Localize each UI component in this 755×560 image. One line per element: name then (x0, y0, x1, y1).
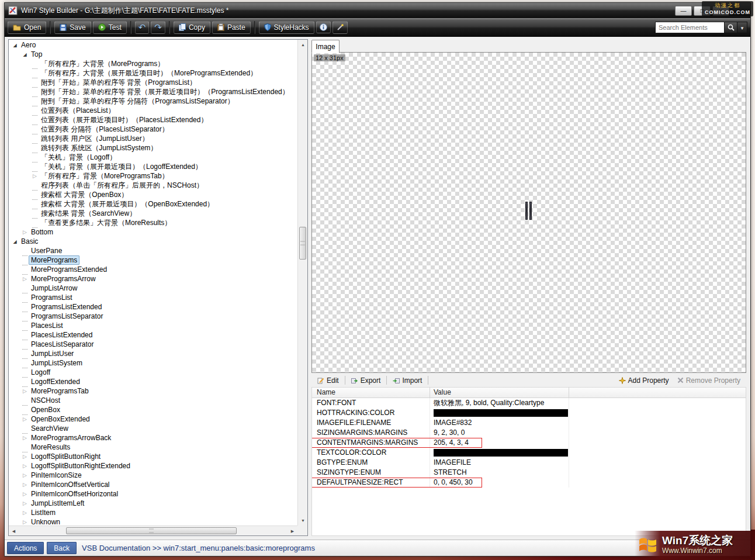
tree-item[interactable]: ▷ LogoffSplitButtonRight (9, 452, 297, 461)
tree-expand-arrow[interactable]: ▷ (21, 463, 29, 469)
tree-item[interactable]: LogoffExtended (9, 377, 297, 386)
tree-expand-arrow[interactable]: ▷ (21, 388, 29, 394)
vertical-scroll-thumb[interactable] (299, 227, 306, 260)
title-bar[interactable]: Win7 Style Builder - G:\主题制作\主题\FATE\FAT… (5, 3, 750, 18)
stylehacks-button[interactable]: StyleHacks (259, 21, 314, 34)
scroll-right-icon[interactable]: ▶ (288, 526, 297, 536)
property-row[interactable]: TEXTCOLOR:COLOR (312, 448, 746, 458)
tree-item[interactable]: ▷ JumpListItemLeft (9, 499, 297, 508)
property-row[interactable]: HOTTRACKING:COLOR (312, 408, 746, 418)
tree-item-label: MorePrograms (29, 255, 79, 265)
tree-expand-arrow[interactable]: ▷ (21, 519, 29, 525)
edit-button[interactable]: Edit (314, 375, 342, 386)
remove-property-button[interactable]: Remove Property (674, 375, 744, 386)
search-dropdown[interactable]: ▾ (737, 22, 747, 33)
tree-expand-arrow[interactable]: ◢ (21, 52, 29, 57)
redo-button[interactable]: ↷ (151, 21, 165, 34)
tree-item[interactable]: JumpListSystem (9, 358, 297, 368)
search-button[interactable] (724, 22, 737, 33)
column-header-name[interactable]: Name (312, 388, 430, 397)
tree-item[interactable]: PlacesListExtended (9, 330, 297, 340)
property-row[interactable]: IMAGEFILE:FILENAME IMAGE#832 (312, 418, 746, 428)
info-button[interactable] (316, 21, 331, 33)
tab-image[interactable]: Image (311, 40, 340, 53)
property-row[interactable]: CONTENTMARGINS:MARGINS 205, 4, 3, 4 (312, 438, 746, 448)
tree-item[interactable]: ▷ MoreProgramsArrowBack (9, 433, 297, 443)
tree-item[interactable]: ▷ MoreProgramsArrow (9, 274, 297, 284)
tree-item[interactable]: NSCHost (9, 396, 297, 405)
tree-item[interactable]: ◢ Basic (9, 237, 297, 246)
tree-item-label: UserPane (29, 246, 64, 255)
tree-expand-arrow[interactable]: ▷ (21, 276, 29, 282)
tree-item[interactable]: Logoff (9, 368, 297, 377)
tree-item[interactable]: ▷ PinItemIconSize (9, 471, 297, 480)
tree-expand-arrow[interactable]: ▷ (21, 435, 29, 441)
minimize-button[interactable]: — (675, 6, 692, 16)
paste-button[interactable]: Paste (212, 21, 251, 34)
column-header-value[interactable]: Value (430, 388, 569, 397)
horizontal-scroll-thumb[interactable] (66, 527, 237, 534)
tree-item[interactable]: JumpListArrow (9, 284, 297, 293)
property-row[interactable]: SIZINGMARGINS:MARGINS 9, 2, 30, 0 (312, 428, 746, 438)
property-row[interactable]: BGTYPE:ENUM IMAGEFILE (312, 458, 746, 468)
save-button[interactable]: Save (54, 21, 91, 34)
scroll-left-icon[interactable]: ◀ (9, 526, 19, 536)
tree-item[interactable]: ProgramsList (9, 293, 297, 302)
tree-item[interactable]: 「查看更多结果」大背景（MoreResults） (9, 218, 297, 227)
tree-expand-arrow[interactable]: ▷ (21, 510, 29, 516)
scroll-up-icon[interactable]: ▲ (298, 40, 308, 50)
tree-item[interactable]: MorePrograms (9, 255, 297, 265)
comicod-watermark-url: COMICOD.COM (705, 9, 750, 15)
back-button[interactable]: Back (47, 542, 77, 554)
property-row[interactable]: SIZINGTYPE:ENUM STRETCH (312, 468, 746, 478)
tree-expand-arrow[interactable]: ◢ (11, 43, 19, 48)
wand-button[interactable] (333, 21, 348, 34)
tree-item[interactable]: ▷ OpenBoxExtended (9, 414, 297, 424)
tree-expand-arrow[interactable]: ▷ (21, 472, 29, 478)
tree-item[interactable]: PlacesList (9, 321, 297, 330)
undo-button[interactable]: ↶ (135, 21, 150, 34)
tree-item[interactable]: UserPane (9, 246, 297, 255)
scroll-down-icon[interactable]: ▼ (298, 516, 308, 526)
tree-item[interactable]: PlacesListSeparator (9, 340, 297, 349)
tree-item[interactable]: ProgramsListSeparator (9, 312, 297, 321)
actions-button[interactable]: Actions (7, 542, 44, 554)
tree-expand-arrow[interactable]: ▷ (21, 416, 29, 422)
open-button[interactable]: Open (8, 21, 46, 34)
search-input[interactable] (655, 22, 724, 33)
tree-item[interactable]: ▷ Unknown (9, 517, 297, 526)
export-button[interactable]: Export (348, 375, 385, 386)
desktop-background: 动漫之都 COMICOD.COM Win7 Style Builder - G:… (0, 0, 755, 560)
property-row[interactable]: FONT:FONT 微软雅黑, 9, bold, Quality:Clearty… (312, 398, 746, 408)
property-row[interactable]: DEFAULTPANESIZE:RECT 0, 0, 450, 30 (312, 478, 746, 488)
tree-expand-arrow[interactable]: ▷ (21, 491, 29, 497)
tree-item-label: ProgramsListExtended (29, 302, 104, 312)
tree-item[interactable]: ▷ PinItemIconOffsetVertical (9, 480, 297, 489)
tree-vertical-scrollbar[interactable]: ▲ ▼ (297, 40, 307, 526)
property-name: SIZINGMARGINS:MARGINS (312, 428, 430, 438)
tree-expand-arrow[interactable]: ▷ (21, 500, 29, 506)
add-property-button[interactable]: Add Property (615, 375, 673, 386)
tree-item[interactable]: ProgramsListExtended (9, 302, 297, 312)
image-canvas[interactable]: 12 x 31px (311, 52, 746, 373)
tree-expand-arrow[interactable]: ▷ (21, 229, 29, 235)
test-button[interactable]: Test (93, 21, 127, 34)
tree-item[interactable]: ▷ Bottom (9, 227, 297, 237)
tree-item[interactable]: ▷ ListItem (9, 508, 297, 517)
tree-item[interactable]: ▷ MoreProgramsTab (9, 386, 297, 396)
tree-expand-arrow[interactable]: ▷ (21, 454, 29, 459)
tree-item[interactable]: SearchView (9, 424, 297, 433)
tree-expand-arrow[interactable]: ◢ (11, 239, 19, 244)
tree-item[interactable]: MoreResults (9, 443, 297, 452)
tree-item[interactable]: JumpListUser (9, 349, 297, 358)
tree-item[interactable]: ◢ Aero (9, 40, 297, 50)
copy-button[interactable]: Copy (174, 21, 210, 34)
tree-expand-arrow[interactable]: ▷ (31, 173, 39, 179)
tree-horizontal-scrollbar[interactable]: ◀ ▶ (9, 526, 297, 535)
tree-item[interactable]: ▷ LogoffSplitButtonRightExtended (9, 461, 297, 471)
tree-item[interactable]: OpenBox (9, 405, 297, 414)
tree-expand-arrow[interactable]: ▷ (21, 482, 29, 488)
tree-item[interactable]: MoreProgramsExtended (9, 265, 297, 274)
import-button[interactable]: Import (389, 375, 425, 386)
tree-item[interactable]: ▷ PinItemIconOffsetHorizontal (9, 489, 297, 499)
